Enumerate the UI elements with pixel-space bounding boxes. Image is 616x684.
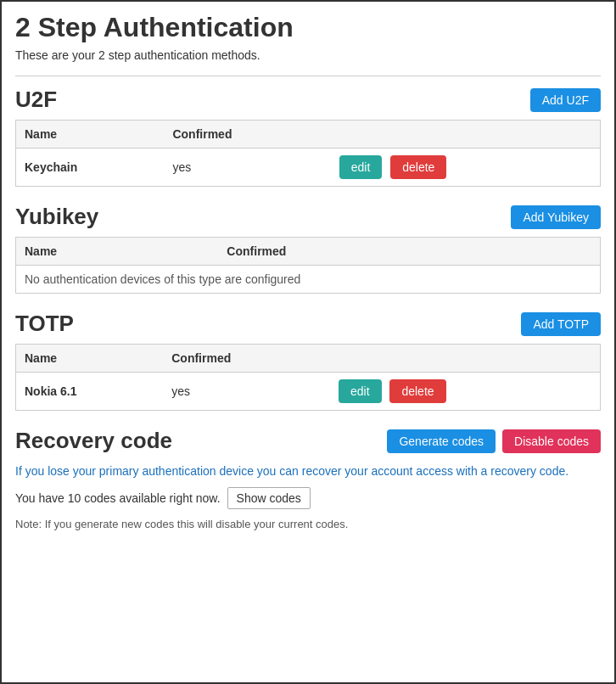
- recovery-buttons: Generate codes Disable codes: [387, 429, 601, 453]
- disable-codes-button[interactable]: Disable codes: [502, 429, 601, 453]
- yubikey-header: Yubikey Add Yubikey: [15, 204, 601, 230]
- totp-col-confirmed: Confirmed: [163, 345, 325, 373]
- add-yubikey-button[interactable]: Add Yubikey: [511, 205, 601, 229]
- u2f-section: U2F Add U2F Name Confirmed Keychain yes …: [15, 87, 601, 187]
- totp-row-actions: edit delete: [325, 373, 601, 411]
- recovery-title: Recovery code: [15, 428, 172, 454]
- recovery-info: If you lose your primary authentication …: [15, 463, 601, 480]
- recovery-codes-line: You have 10 codes available right now. S…: [15, 487, 601, 509]
- u2f-title: U2F: [15, 87, 57, 113]
- totp-section: TOTP Add TOTP Name Confirmed Nokia 6.1 y…: [15, 311, 601, 411]
- yubikey-col-confirmed: Confirmed: [218, 238, 529, 266]
- add-totp-button[interactable]: Add TOTP: [521, 312, 601, 336]
- page-subtitle: These are your 2 step authentication met…: [15, 48, 601, 62]
- totp-row-name: Nokia 6.1: [16, 373, 164, 411]
- add-u2f-button[interactable]: Add U2F: [530, 88, 601, 112]
- totp-table-body: Nokia 6.1 yes edit delete: [16, 373, 601, 411]
- u2f-row-name: Keychain: [16, 149, 165, 187]
- totp-header: TOTP Add TOTP: [15, 311, 601, 337]
- totp-table: Name Confirmed Nokia 6.1 yes edit delete: [15, 344, 601, 411]
- recovery-header: Recovery code Generate codes Disable cod…: [15, 428, 601, 454]
- yubikey-title: Yubikey: [15, 204, 98, 230]
- table-row: No authentication devices of this type a…: [16, 266, 601, 294]
- totp-delete-button[interactable]: delete: [389, 379, 445, 403]
- u2f-delete-button[interactable]: delete: [390, 155, 446, 179]
- u2f-edit-button[interactable]: edit: [339, 155, 383, 179]
- totp-edit-button[interactable]: edit: [339, 379, 382, 403]
- yubikey-table-head: Name Confirmed: [16, 238, 601, 266]
- u2f-table: Name Confirmed Keychain yes edit delete: [15, 120, 601, 187]
- totp-row-confirmed: yes: [163, 373, 325, 411]
- yubikey-section: Yubikey Add Yubikey Name Confirmed No au…: [15, 204, 601, 294]
- u2f-table-head: Name Confirmed: [16, 121, 601, 149]
- generate-codes-button[interactable]: Generate codes: [387, 429, 496, 453]
- table-row: Nokia 6.1 yes edit delete: [16, 373, 601, 411]
- u2f-col-name: Name: [16, 121, 165, 149]
- totp-col-name: Name: [16, 345, 164, 373]
- yubikey-table: Name Confirmed No authentication devices…: [15, 237, 601, 294]
- show-codes-button[interactable]: Show codes: [227, 487, 311, 509]
- totp-table-head: Name Confirmed: [16, 345, 601, 373]
- u2f-header: U2F Add U2F: [15, 87, 601, 113]
- u2f-col-actions: [326, 121, 601, 149]
- u2f-col-confirmed: Confirmed: [164, 121, 325, 149]
- u2f-row-confirmed: yes: [164, 149, 325, 187]
- recovery-codes-text: You have 10 codes available right now.: [15, 491, 221, 505]
- yubikey-col-name: Name: [16, 238, 219, 266]
- totp-col-actions: [325, 345, 601, 373]
- yubikey-empty-msg: No authentication devices of this type a…: [16, 266, 601, 294]
- table-row: Keychain yes edit delete: [16, 149, 601, 187]
- u2f-table-body: Keychain yes edit delete: [16, 149, 601, 187]
- yubikey-col-actions: [529, 238, 601, 266]
- page-title: 2 Step Authentication: [15, 12, 601, 43]
- totp-title: TOTP: [15, 311, 74, 337]
- yubikey-table-body: No authentication devices of this type a…: [16, 266, 601, 294]
- recovery-section: Recovery code Generate codes Disable cod…: [15, 428, 601, 530]
- recovery-note: Note: If you generate new codes this wil…: [15, 518, 601, 530]
- u2f-row-actions: edit delete: [326, 149, 601, 187]
